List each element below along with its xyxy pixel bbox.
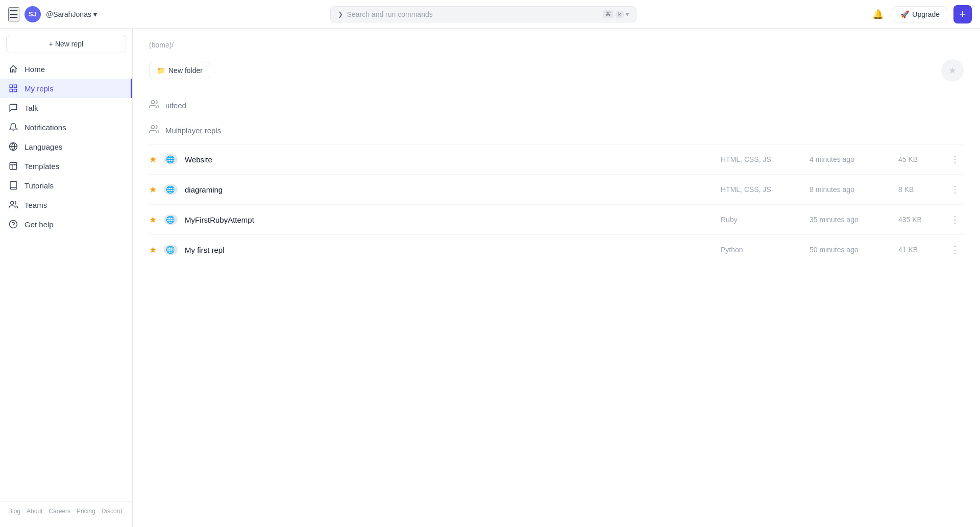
- visibility-toggle[interactable]: 🌐: [164, 154, 178, 164]
- visibility-toggle[interactable]: 🌐: [164, 245, 178, 255]
- visibility-toggle[interactable]: 🌐: [164, 184, 178, 195]
- star-icon[interactable]: ★: [149, 214, 157, 225]
- toolbar: 📁 New folder ★: [149, 59, 964, 82]
- multiplayer-section-icon: [149, 124, 159, 137]
- upgrade-label: Upgrade: [912, 10, 940, 18]
- star-icon[interactable]: ★: [149, 184, 157, 195]
- repl-size: 435 KB: [898, 215, 939, 224]
- globe-icon: 🌐: [166, 155, 175, 163]
- repl-time: 50 minutes ago: [810, 246, 891, 254]
- star-icon[interactable]: ★: [149, 154, 157, 165]
- sidebar-item-my-repls-label: My repls: [24, 84, 54, 93]
- svg-rect-1: [14, 85, 17, 87]
- search-chevron-icon: ❯: [338, 11, 343, 18]
- repl-name: Website: [185, 155, 714, 164]
- svg-point-9: [151, 101, 155, 104]
- get-help-icon: [8, 220, 18, 229]
- repl-name: diagraming: [185, 185, 714, 194]
- sidebar-item-notifications[interactable]: Notifications: [0, 117, 132, 137]
- sidebar-footer: Blog About Careers Pricing Discord: [0, 501, 132, 521]
- svg-rect-2: [10, 89, 12, 92]
- topbar-left: ☰ SJ @SarahJonas ▾: [8, 6, 97, 22]
- footer-about-link[interactable]: About: [27, 508, 42, 515]
- svg-rect-3: [14, 89, 17, 92]
- uifeed-section-header: uifeed: [149, 94, 964, 119]
- footer-careers-link[interactable]: Careers: [48, 508, 70, 515]
- sidebar-item-templates[interactable]: Templates: [0, 156, 132, 176]
- sidebar-item-tutorials[interactable]: Tutorials: [0, 176, 132, 195]
- sidebar-item-teams-label: Teams: [24, 201, 47, 209]
- create-button[interactable]: +: [953, 5, 972, 23]
- repl-size: 45 KB: [898, 155, 939, 163]
- tutorials-icon: [8, 181, 18, 190]
- repl-row[interactable]: ★ 🌐 My first repl Python 50 minutes ago …: [149, 234, 964, 265]
- search-bar[interactable]: ❯ Search and run commands ⌘ k ▾: [330, 6, 636, 22]
- my-repls-icon: [8, 84, 18, 93]
- talk-icon: [8, 103, 18, 112]
- svg-rect-6: [10, 162, 17, 170]
- repl-row[interactable]: ★ 🌐 Website HTML, CSS, JS 4 minutes ago …: [149, 144, 964, 174]
- sidebar: + New repl Home My repls Talk Notificati…: [0, 29, 133, 527]
- repl-lang: HTML, CSS, JS: [721, 185, 802, 194]
- repl-menu-button[interactable]: ⋮: [946, 152, 964, 167]
- repl-menu-button[interactable]: ⋮: [946, 242, 964, 257]
- breadcrumb: (home)/: [149, 41, 964, 49]
- repl-size: 41 KB: [898, 246, 939, 254]
- sidebar-item-my-repls[interactable]: My repls: [0, 79, 132, 98]
- footer-pricing-link[interactable]: Pricing: [77, 508, 95, 515]
- svg-point-7: [11, 201, 14, 204]
- repl-lang: Ruby: [721, 215, 802, 224]
- home-icon: [8, 64, 18, 74]
- repl-row[interactable]: ★ 🌐 diagraming HTML, CSS, JS 8 minutes a…: [149, 174, 964, 204]
- repl-time: 35 minutes ago: [810, 215, 891, 224]
- upgrade-button[interactable]: 🚀 Upgrade: [893, 6, 947, 22]
- notifications-bell-button[interactable]: 🔔: [869, 6, 887, 23]
- templates-icon: [8, 161, 18, 171]
- new-folder-icon: 📁: [157, 66, 165, 75]
- multiplayer-section-header: Multiplayer repls: [149, 119, 964, 144]
- sidebar-item-home-label: Home: [24, 65, 45, 74]
- repl-name: MyFirstRubyAttempt: [185, 215, 714, 224]
- repl-menu-button[interactable]: ⋮: [946, 182, 964, 197]
- languages-icon: [8, 142, 18, 151]
- sidebar-item-languages-label: Languages: [24, 142, 62, 151]
- sidebar-item-talk[interactable]: Talk: [0, 98, 132, 117]
- username-label: @SarahJonas: [46, 10, 91, 18]
- uifeed-section-icon: [149, 99, 159, 112]
- footer-discord-link[interactable]: Discord: [102, 508, 122, 515]
- avatar: SJ: [24, 6, 41, 22]
- sidebar-item-home[interactable]: Home: [0, 59, 132, 79]
- repl-menu-button[interactable]: ⋮: [946, 212, 964, 227]
- repl-row[interactable]: ★ 🌐 MyFirstRubyAttempt Ruby 35 minutes a…: [149, 204, 964, 234]
- new-repl-button[interactable]: + New repl: [6, 35, 126, 53]
- star-icon[interactable]: ★: [149, 245, 157, 255]
- globe-icon: 🌐: [166, 215, 175, 224]
- menu-button[interactable]: ☰: [8, 7, 19, 21]
- teams-icon: [8, 200, 18, 209]
- user-menu[interactable]: @SarahJonas ▾: [46, 10, 97, 18]
- star-filter-toggle[interactable]: ★: [941, 59, 964, 82]
- notifications-icon: [8, 123, 18, 132]
- sidebar-item-notifications-label: Notifications: [24, 123, 66, 132]
- layout: + New repl Home My repls Talk Notificati…: [0, 29, 980, 527]
- new-folder-label: New folder: [168, 66, 203, 75]
- main-content: (home)/ 📁 New folder ★ uifeed Multiplaye…: [133, 29, 980, 527]
- sidebar-item-get-help[interactable]: Get help: [0, 214, 132, 234]
- repl-name: My first repl: [185, 246, 714, 254]
- svg-rect-0: [10, 85, 12, 87]
- search-placeholder-text: Search and run commands: [347, 10, 433, 18]
- visibility-toggle[interactable]: 🌐: [164, 214, 178, 225]
- repl-size: 8 KB: [898, 185, 939, 194]
- topbar-right: 🔔 🚀 Upgrade +: [869, 5, 972, 23]
- sidebar-item-talk-label: Talk: [24, 104, 38, 112]
- sidebar-item-languages[interactable]: Languages: [0, 137, 132, 156]
- multiplayer-label: Multiplayer repls: [165, 126, 221, 135]
- sidebar-item-teams[interactable]: Teams: [0, 195, 132, 214]
- repl-lang: Python: [721, 246, 802, 254]
- new-folder-button[interactable]: 📁 New folder: [149, 62, 210, 79]
- footer-blog-link[interactable]: Blog: [8, 508, 20, 515]
- shortcut-cmd-key: ⌘: [603, 10, 614, 18]
- svg-point-10: [151, 126, 155, 129]
- upgrade-icon: 🚀: [900, 10, 909, 18]
- sidebar-item-tutorials-label: Tutorials: [24, 181, 54, 190]
